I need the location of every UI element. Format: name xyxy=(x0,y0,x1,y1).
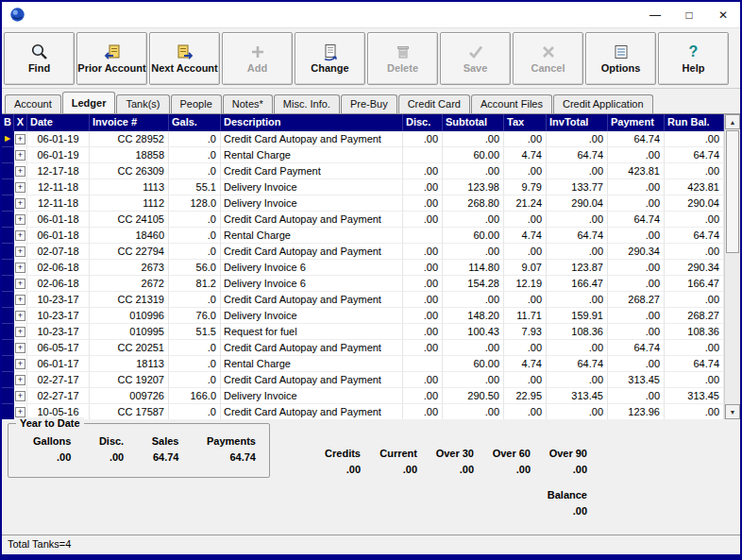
tab-account-files[interactable]: Account Files xyxy=(471,94,552,113)
row-selector-cell[interactable] xyxy=(2,324,14,340)
cell-invtotal[interactable]: .00 xyxy=(547,404,608,419)
expand-plus-icon[interactable]: + xyxy=(15,407,25,417)
cell-tax[interactable]: .00 xyxy=(504,212,547,228)
table-row[interactable]: +10-05-16CC 17587.0Credit Card Autopay a… xyxy=(2,404,724,419)
cell-invtotal[interactable]: 159.91 xyxy=(547,308,608,324)
cell-runbal[interactable]: .00 xyxy=(665,212,724,228)
cell-subtotal[interactable]: 148.20 xyxy=(443,308,504,324)
row-selector-cell[interactable] xyxy=(2,372,14,388)
cell-disc[interactable]: .00 xyxy=(403,179,443,195)
cell-description[interactable]: Credit Card Autopay and Payment xyxy=(221,340,403,356)
expand-plus-icon[interactable]: + xyxy=(15,198,25,209)
cell-invoice[interactable]: 2672 xyxy=(90,276,169,292)
cell-gals[interactable]: .0 xyxy=(169,244,221,260)
cell-gals[interactable]: .0 xyxy=(169,147,221,163)
cell-invoice[interactable]: CC 19207 xyxy=(90,372,169,388)
cell-invtotal[interactable]: .00 xyxy=(547,292,608,308)
cell-invoice[interactable]: 010996 xyxy=(90,308,169,324)
table-row[interactable]: ▶+06-01-19CC 28952.0Credit Card Autopay … xyxy=(2,131,724,147)
delete-button[interactable]: Delete xyxy=(367,32,438,85)
cell-date[interactable]: 12-17-18 xyxy=(27,163,90,179)
row-expand-cell[interactable]: + xyxy=(14,356,27,372)
cell-invoice[interactable]: CC 20251 xyxy=(90,340,169,356)
expand-plus-icon[interactable]: + xyxy=(15,166,25,177)
cell-date[interactable]: 10-23-17 xyxy=(27,308,90,324)
cell-invtotal[interactable]: .00 xyxy=(547,372,608,388)
cell-description[interactable]: Rental Charge xyxy=(221,356,403,372)
cell-gals[interactable]: 128.0 xyxy=(169,195,221,212)
cell-date[interactable]: 10-23-17 xyxy=(27,324,90,340)
row-expand-cell[interactable]: + xyxy=(14,276,27,292)
table-row[interactable]: +06-05-17CC 20251.0Credit Card Autopay a… xyxy=(2,340,724,356)
cell-disc[interactable]: .00 xyxy=(403,324,443,340)
table-row[interactable]: +06-01-1918858.0Rental Charge60.004.7464… xyxy=(2,147,724,163)
cell-payment[interactable]: 313.45 xyxy=(608,372,665,388)
row-selector-cell[interactable] xyxy=(2,292,14,308)
expand-plus-icon[interactable]: + xyxy=(15,182,25,193)
table-row[interactable]: +06-01-1718113.0Rental Charge60.004.7464… xyxy=(2,356,724,372)
row-selector-cell[interactable] xyxy=(2,195,14,212)
cell-runbal[interactable]: .00 xyxy=(665,404,724,419)
cell-payment[interactable]: .00 xyxy=(608,308,665,324)
scroll-down-icon[interactable]: ▼ xyxy=(725,404,740,419)
cell-invoice[interactable]: CC 21319 xyxy=(90,292,169,308)
row-expand-cell[interactable]: + xyxy=(14,372,27,388)
row-expand-cell[interactable]: + xyxy=(14,260,27,276)
cell-payment[interactable]: 64.74 xyxy=(608,212,665,228)
cell-payment[interactable]: 123.96 xyxy=(608,404,665,419)
cell-gals[interactable]: 81.2 xyxy=(169,276,221,292)
row-selector-cell[interactable] xyxy=(2,340,14,356)
cell-disc[interactable] xyxy=(403,356,443,372)
cell-gals[interactable]: .0 xyxy=(169,163,221,179)
cell-payment[interactable]: 268.27 xyxy=(608,292,665,308)
cell-date[interactable]: 10-23-17 xyxy=(27,292,90,308)
cell-date[interactable]: 06-05-17 xyxy=(27,340,90,356)
row-selector-cell[interactable] xyxy=(2,212,14,228)
row-selector-cell[interactable] xyxy=(2,260,14,276)
cell-gals[interactable]: .0 xyxy=(169,228,221,244)
cell-gals[interactable]: 56.0 xyxy=(169,260,221,276)
row-expand-cell[interactable]: + xyxy=(14,163,27,179)
change-button[interactable]: Change xyxy=(295,32,365,85)
tab-credit-card[interactable]: Credit Card xyxy=(398,94,470,113)
cell-description[interactable]: Credit Card Autopay and Payment xyxy=(221,131,403,147)
column-header-b[interactable]: B xyxy=(2,114,14,131)
save-button[interactable]: Save xyxy=(440,32,511,85)
cell-disc[interactable] xyxy=(403,228,443,244)
expand-plus-icon[interactable]: + xyxy=(15,343,25,353)
column-header-x[interactable]: X xyxy=(14,114,27,131)
expand-plus-icon[interactable]: + xyxy=(15,246,25,257)
cell-runbal[interactable]: 64.74 xyxy=(665,228,724,244)
cell-invoice[interactable]: CC 28952 xyxy=(90,131,169,147)
table-row[interactable]: +12-11-181112128.0Delivery Invoice.00268… xyxy=(2,195,724,212)
cell-gals[interactable]: .0 xyxy=(169,292,221,308)
tab-notes[interactable]: Notes* xyxy=(223,94,273,113)
cell-invoice[interactable]: 010995 xyxy=(90,324,169,340)
expand-plus-icon[interactable]: + xyxy=(15,214,25,225)
cell-description[interactable]: Rental Charge xyxy=(221,228,403,244)
vertical-scrollbar[interactable]: ▲ ▼ xyxy=(724,114,740,419)
cell-subtotal[interactable]: .00 xyxy=(443,212,504,228)
column-header-runbal[interactable]: Run Bal. xyxy=(665,114,724,131)
cell-subtotal[interactable]: 60.00 xyxy=(443,228,504,244)
cell-date[interactable]: 02-06-18 xyxy=(27,276,90,292)
row-expand-cell[interactable]: + xyxy=(14,131,27,147)
cell-disc[interactable]: .00 xyxy=(403,292,443,308)
cell-payment[interactable]: 290.34 xyxy=(608,244,665,260)
cell-gals[interactable]: .0 xyxy=(169,372,221,388)
expand-plus-icon[interactable]: + xyxy=(15,375,25,385)
cell-invoice[interactable]: CC 17587 xyxy=(90,404,169,419)
tab-account[interactable]: Account xyxy=(5,94,61,113)
cell-subtotal[interactable]: .00 xyxy=(443,404,504,419)
table-row[interactable]: +12-11-18111355.1Delivery Invoice.00123.… xyxy=(2,179,724,195)
cell-subtotal[interactable]: 60.00 xyxy=(443,356,504,372)
cell-disc[interactable]: .00 xyxy=(403,212,443,228)
cell-subtotal[interactable]: 290.50 xyxy=(443,388,504,404)
cell-subtotal[interactable]: 60.00 xyxy=(443,147,504,163)
cell-invoice[interactable]: 1112 xyxy=(90,195,169,212)
cell-payment[interactable]: .00 xyxy=(608,260,665,276)
cell-gals[interactable]: 55.1 xyxy=(169,179,221,195)
cell-disc[interactable]: .00 xyxy=(403,276,443,292)
cell-tax[interactable]: .00 xyxy=(504,131,547,147)
cell-disc[interactable]: .00 xyxy=(403,195,443,212)
